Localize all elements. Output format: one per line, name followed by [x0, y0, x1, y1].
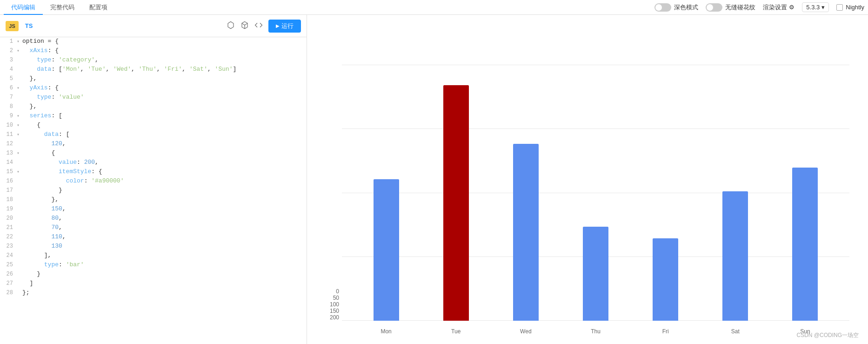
- line-number: 2: [0, 47, 17, 54]
- line-number: 25: [0, 261, 17, 268]
- seamless-toggle[interactable]: [706, 3, 722, 12]
- fold-arrow: [17, 94, 22, 94]
- code-text: xAxis: {: [22, 47, 307, 54]
- code-line: 19 150,: [0, 205, 307, 214]
- tab-config[interactable]: 配置项: [82, 0, 115, 15]
- fold-arrow: [17, 177, 22, 178]
- fold-arrow[interactable]: ▾: [17, 112, 22, 119]
- fold-arrow[interactable]: ▾: [17, 47, 22, 54]
- bar-thu[interactable]: [583, 227, 608, 321]
- fold-arrow: [17, 205, 22, 206]
- x-axis-label: Mon: [374, 328, 399, 335]
- code-line: 2▾ xAxis: {: [0, 47, 307, 56]
- fold-arrow: [17, 215, 22, 216]
- x-axis-label: Tue: [443, 328, 469, 335]
- fold-arrow: [17, 252, 22, 253]
- line-number: 3: [0, 56, 17, 63]
- code-text: 150,: [22, 205, 307, 212]
- line-number: 5: [0, 75, 17, 82]
- code-line: 10▾ {: [0, 121, 307, 130]
- fold-arrow: [17, 75, 22, 76]
- code-panel: JS TS: [0, 15, 307, 344]
- line-number: 22: [0, 233, 17, 240]
- x-axis-labels: MonTueWedThuFriSatSun: [342, 328, 849, 335]
- fold-arrow[interactable]: ▾: [17, 149, 22, 156]
- run-button[interactable]: ▶ 运行: [268, 20, 301, 33]
- tab-code-edit[interactable]: 代码编辑: [4, 0, 43, 15]
- main-content: JS TS: [0, 15, 868, 344]
- code-text: type: 'bar': [22, 261, 307, 268]
- bar-fri[interactable]: [653, 238, 678, 321]
- line-number: 24: [0, 252, 17, 259]
- y-axis-label: 150: [326, 308, 342, 314]
- code-toolbar: JS TS: [0, 15, 307, 37]
- code-line: 1▾option = {: [0, 37, 307, 47]
- svg-line-2: [245, 23, 247, 25]
- bar-tue[interactable]: [443, 85, 469, 321]
- code-line: 22 110,: [0, 233, 307, 242]
- code-text: type: 'value': [22, 94, 307, 101]
- fold-arrow[interactable]: ▾: [17, 121, 22, 128]
- line-number: 21: [0, 224, 17, 231]
- version-selector[interactable]: 5.3.3 ▾: [802, 2, 829, 12]
- code-line: 23 130: [0, 242, 307, 251]
- code-line: 9▾ series: [: [0, 112, 307, 121]
- code-text: }: [22, 187, 307, 194]
- code-text: data: ['Mon', 'Tue', 'Wed', 'Thu', 'Fri'…: [22, 66, 307, 73]
- bar-sun[interactable]: [792, 168, 818, 321]
- fold-arrow: [17, 140, 22, 141]
- cube-icon[interactable]: [240, 21, 249, 31]
- line-number: 13: [0, 149, 17, 156]
- line-number: 26: [0, 270, 17, 277]
- hexagon-icon[interactable]: [227, 21, 235, 31]
- line-number: 20: [0, 215, 17, 222]
- fold-arrow: [17, 233, 22, 234]
- bar-group: [722, 191, 748, 321]
- fold-arrow: [17, 66, 22, 67]
- fold-arrow: [17, 103, 22, 104]
- line-number: 6: [0, 84, 17, 91]
- code-text: option = {: [22, 38, 307, 45]
- nightly-checkbox[interactable]: [836, 4, 843, 11]
- code-text: ],: [22, 252, 307, 259]
- code-line: 17 }: [0, 186, 307, 196]
- ts-badge[interactable]: TS: [22, 21, 35, 31]
- toolbar-tabs: 代码编辑 完整代码 配置项: [4, 0, 115, 15]
- chevron-down-icon: ▾: [821, 4, 825, 11]
- bar-mon[interactable]: [374, 179, 399, 321]
- nightly-group: Nightly: [836, 4, 864, 11]
- fold-arrow: [17, 159, 22, 160]
- code-text: ]: [22, 280, 307, 287]
- fold-arrow: [17, 224, 22, 225]
- chart-inner: 200150100500MonTueWedThuFriSatSun: [326, 24, 849, 335]
- fold-arrow: [17, 280, 22, 281]
- render-settings-btn[interactable]: 渲染设置 ⚙: [763, 3, 795, 12]
- js-badge[interactable]: JS: [6, 21, 19, 31]
- play-icon: ▶: [276, 23, 280, 28]
- code-brackets-icon[interactable]: [254, 21, 263, 31]
- bar-sat[interactable]: [722, 191, 748, 321]
- code-text: yAxis: {: [22, 84, 307, 91]
- code-area[interactable]: 1▾option = {2▾ xAxis: {3 type: 'category…: [0, 37, 307, 344]
- line-number: 16: [0, 177, 17, 184]
- y-axis-label: 100: [326, 301, 342, 308]
- y-axis-label: 50: [326, 295, 342, 301]
- dark-mode-toggle[interactable]: [654, 3, 671, 12]
- bar-wed[interactable]: [513, 144, 539, 321]
- code-line: 7 type: 'value': [0, 93, 307, 102]
- line-number: 11: [0, 131, 17, 138]
- code-text: data: [: [22, 131, 307, 138]
- code-text: },: [22, 196, 307, 203]
- fold-arrow[interactable]: ▾: [17, 38, 22, 44]
- fold-arrow[interactable]: ▾: [17, 131, 22, 137]
- run-label: 运行: [281, 22, 294, 30]
- fold-arrow[interactable]: ▾: [17, 84, 22, 91]
- fold-arrow: [17, 56, 22, 57]
- code-text: series: [: [22, 112, 307, 119]
- code-line: 13▾ {: [0, 149, 307, 158]
- svg-line-3: [242, 23, 245, 25]
- fold-arrow[interactable]: ▾: [17, 168, 22, 175]
- line-number: 12: [0, 140, 17, 147]
- code-text: {: [22, 149, 307, 156]
- tab-full-code[interactable]: 完整代码: [43, 0, 82, 15]
